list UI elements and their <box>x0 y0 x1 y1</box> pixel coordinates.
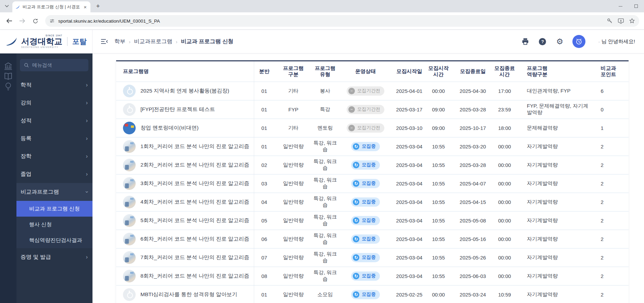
program-thumbnail <box>123 288 136 301</box>
program-name-cell[interactable]: 3회차_커리어 코드 분석 나만의 진로 알고리즘 만들기 [E… <box>116 174 254 193</box>
sidebar-section: 비교과프로그램›비교과 프로그램 신청행사 신청핵심역량진단검사결과 <box>16 183 92 248</box>
install-app-icon[interactable] <box>618 18 624 24</box>
recruit-start-date-cell: 2025-03-04 <box>393 156 425 174</box>
recruit-end-date-cell: 2025-10-17 <box>451 119 494 137</box>
sidebar-collapse-icon[interactable] <box>100 37 109 46</box>
university-building-icon[interactable] <box>3 61 13 71</box>
password-key-icon[interactable] <box>607 18 613 24</box>
program-name-cell[interactable]: 4회차_커리어 코드 분석 나만의 진로 알고리즘 만들기 [E… <box>116 193 254 211</box>
table-row[interactable]: 8회차_커리어 코드 분석 나만의 진로 알고리즘 만들기 [E…08일반역량특… <box>116 267 629 285</box>
help-icon[interactable]: ? <box>538 37 547 46</box>
recruit-start-time-cell: 10:55 <box>425 193 451 211</box>
sidebar-item[interactable]: 성적› <box>16 112 92 130</box>
program-name-cell[interactable]: [FYP]전공탄탄 프로젝트 테스트 <box>116 100 254 119</box>
class-cell: 01 <box>254 285 274 303</box>
column-header: 프로그램 유형 <box>312 61 338 82</box>
program-name-cell[interactable]: 1회차_커리어 코드 분석 나만의 진로 알고리즘 만들기 [E… <box>116 137 254 156</box>
type-cell: 특강, 워크숍 <box>312 230 338 248</box>
recruit-start-time-cell: 10:55 <box>425 267 451 285</box>
print-icon[interactable] <box>521 37 530 46</box>
browser-tab[interactable]: 비교과 프로그램 신청 | 서경포 × <box>12 1 90 12</box>
status-cell: ↻모집중 <box>338 285 393 303</box>
program-name-cell[interactable]: 2025 지역사회 연계 봉사활동(봄김장) <box>116 82 254 100</box>
settings-gear-icon[interactable]: ⚙ <box>555 37 564 46</box>
tab-close-icon[interactable]: × <box>83 4 88 10</box>
program-thumbnail <box>123 140 136 153</box>
status-badge: ↻모집중 <box>351 290 380 299</box>
sidebar-subitem[interactable]: 핵심역량진단검사결과 <box>16 232 92 248</box>
new-tab-button[interactable]: + <box>93 1 103 11</box>
tab-search-icon[interactable] <box>2 1 12 11</box>
alarm-clock-button[interactable] <box>572 35 585 48</box>
forward-button[interactable] <box>16 15 28 27</box>
table-row[interactable]: 4회차_커리어 코드 분석 나만의 진로 알고리즘 만들기 [E…04일반역량특… <box>116 193 629 211</box>
points-cell: 6 <box>589 82 629 100</box>
category-cell: 일반역량 <box>274 174 312 193</box>
table-row[interactable]: 창업 멘토링데이(비대면)01기타멘토링−모집기간전2025-03-1009:0… <box>116 119 629 137</box>
site-info-icon[interactable] <box>49 18 55 24</box>
recruit-start-date-cell: 2025-03-04 <box>393 230 425 248</box>
sidebar-item[interactable]: 학적› <box>16 76 92 94</box>
sidebar-item[interactable]: 비교과프로그램› <box>16 183 92 201</box>
menu-search-input[interactable]: 메뉴검색 <box>20 59 88 71</box>
type-cell: 특강, 워크숍 <box>312 174 338 193</box>
status-cell: −모집기간전 <box>338 100 393 119</box>
status-cell: −모집기간전 <box>338 119 393 137</box>
back-button[interactable] <box>3 15 15 27</box>
reload-button[interactable] <box>29 15 41 27</box>
table-row[interactable]: 1회차_커리어 코드 분석 나만의 진로 알고리즘 만들기 [E…01일반역량특… <box>116 137 629 156</box>
table-row[interactable]: 2025 지역사회 연계 봉사활동(봄김장)01기타봉사−모집기간전2025-0… <box>116 82 629 100</box>
logo-portal-label: 포탈 <box>72 37 87 46</box>
window-restore-button[interactable] <box>628 0 644 12</box>
user-name-masked: › <box>598 40 600 44</box>
chevron-right-icon: › <box>86 135 88 142</box>
chevron-right-icon: › <box>86 82 88 88</box>
table-row[interactable]: 5회차_커리어 코드 분석 나만의 진로 알고리즘 만들기 [E…05일반역량특… <box>116 211 629 230</box>
table-row[interactable]: MBTI심리검사를 통한 성격유형 알아보기01일반역량소모임↻모집중2025-… <box>116 285 629 303</box>
table-row[interactable]: 6회차_커리어 코드 분석 나만의 진로 알고리즘 만들기 [E…06일반역량특… <box>116 230 629 248</box>
sidebar-item[interactable]: 졸업› <box>16 165 92 183</box>
sidebar-item[interactable]: 강의› <box>16 94 92 112</box>
status-cell: −모집기간전 <box>338 82 393 100</box>
sidebar-item[interactable]: 장학› <box>16 147 92 165</box>
table-row[interactable]: 7회차_커리어 코드 분석 나만의 진로 알고리즘 만들기 [E…07일반역량특… <box>116 248 629 267</box>
program-name-cell[interactable]: MBTI심리검사를 통한 성격유형 알아보기 <box>116 285 254 303</box>
type-cell: 특강, 워크숍 <box>312 137 338 156</box>
competency-cell: 자기계발역량 <box>515 174 589 193</box>
university-logo[interactable]: SINCE 1947 서경대학교 SEOKYEONG UNIVERSITY 포탈 <box>0 30 92 53</box>
sidebar-menu: 학적›강의›성적›등록›장학›졸업›비교과프로그램›비교과 프로그램 신청행사 … <box>16 76 92 266</box>
recruit-start-date-cell: 2025-04-01 <box>393 82 425 100</box>
table-row[interactable]: 2회차_커리어 코드 분석 나만의 진로 알고리즘 만들기 [E…02일반역량특… <box>116 156 629 174</box>
address-bar[interactable]: sportal.skuniv.ac.kr/education/UEM_03001… <box>45 15 639 27</box>
lightbulb-icon[interactable] <box>3 82 13 92</box>
competency-cell: 자기계발역량 <box>515 248 589 267</box>
status-badge: ↻모집중 <box>351 160 380 170</box>
sidebar-item[interactable]: 등록› <box>16 130 92 147</box>
breadcrumb-item[interactable]: 비교과프로그램 <box>134 38 172 45</box>
refresh-circle-icon: ↻ <box>353 180 359 187</box>
minus-circle-icon: − <box>348 88 355 94</box>
program-thumbnail <box>123 251 136 264</box>
sidebar-item[interactable]: 증명 및 발급› <box>16 248 92 266</box>
status-badge: ↻모집중 <box>351 253 380 262</box>
recruit-end-time-cell: 00:00 <box>494 193 515 211</box>
breadcrumb-item[interactable]: 학부 <box>114 38 125 45</box>
program-name-cell[interactable]: 창업 멘토링데이(비대면) <box>116 119 254 137</box>
table-row[interactable]: 3회차_커리어 코드 분석 나만의 진로 알고리즘 만들기 [E…03일반역량특… <box>116 174 629 193</box>
favicon-leaf-icon <box>15 4 20 10</box>
breadcrumb-item[interactable]: 비교과 프로그램 신청 <box>181 38 233 45</box>
window-minimize-button[interactable] <box>612 0 628 12</box>
program-name-cell[interactable]: 6회차_커리어 코드 분석 나만의 진로 알고리즘 만들기 [E… <box>116 230 254 248</box>
table-row[interactable]: [FYP]전공탄탄 프로젝트 테스트01FYP특강−모집기간전2025-03-1… <box>116 100 629 119</box>
program-name-cell[interactable]: 2회차_커리어 코드 분석 나만의 진로 알고리즘 만들기 [E… <box>116 156 254 174</box>
program-name-cell[interactable]: 7회차_커리어 코드 분석 나만의 진로 알고리즘 만들기 [E… <box>116 248 254 267</box>
bookmark-star-icon[interactable] <box>629 18 635 24</box>
program-name-cell[interactable]: 8회차_커리어 코드 분석 나만의 진로 알고리즘 만들기 [E… <box>116 267 254 285</box>
library-book-icon[interactable] <box>3 71 13 82</box>
status-cell: ↻모집중 <box>338 230 393 248</box>
recruit-start-time-cell: 10:55 <box>425 248 451 267</box>
logo-name-label: 서경대학교 <box>21 37 62 46</box>
program-name-cell[interactable]: 5회차_커리어 코드 분석 나만의 진로 알고리즘 만들기 [E… <box>116 211 254 230</box>
sidebar-subitem[interactable]: 행사 신청 <box>16 217 92 232</box>
sidebar-subitem[interactable]: 비교과 프로그램 신청 <box>16 201 92 217</box>
